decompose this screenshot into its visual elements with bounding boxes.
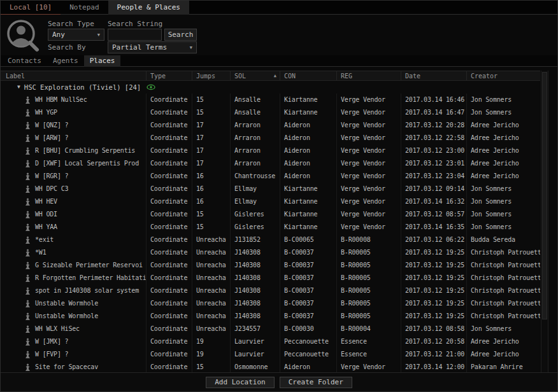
row-label: W [ARW] ? bbox=[35, 132, 68, 144]
coordinate-bookmark-icon bbox=[24, 134, 31, 143]
table-row[interactable]: Unstable Wormhole Coordinate Unreacha J1… bbox=[1, 310, 540, 323]
add-location-button[interactable]: Add Location bbox=[206, 377, 274, 388]
row-jumps: Unreacha bbox=[192, 284, 230, 297]
search-type-dropdown[interactable]: Any ▼ bbox=[48, 29, 104, 41]
column-header-jumps[interactable]: Jumps bbox=[192, 71, 230, 80]
table-row[interactable]: spot in J140308 solar system Coordinate … bbox=[1, 284, 540, 297]
row-con: Aideron bbox=[280, 361, 336, 374]
tab-agents[interactable]: Agents bbox=[47, 55, 84, 66]
tab-places[interactable]: Places bbox=[84, 55, 121, 67]
row-sol: J140308 bbox=[230, 259, 280, 272]
coordinate-bookmark-icon bbox=[24, 198, 31, 206]
table-row[interactable]: W [RGR] ? Coordinate 16 Chantrousse Aide… bbox=[1, 170, 540, 183]
table-row[interactable]: G Sizeable Perimeter Reservoi Coordinate… bbox=[1, 259, 540, 272]
row-sol: Arraron bbox=[230, 132, 280, 144]
table-body: ▼ HSC Exploration (Tiviel) [24] WH HBM N… bbox=[1, 81, 540, 374]
coordinate-bookmark-icon bbox=[24, 249, 31, 257]
coordinate-bookmark-icon bbox=[24, 351, 31, 359]
tab-contacts[interactable]: Contacts bbox=[2, 55, 47, 66]
table-row[interactable]: Unstable Wormhole Coordinate Unreacha J1… bbox=[1, 297, 540, 310]
row-reg: B-R00008 bbox=[336, 234, 401, 246]
footer-bar: Add Location Create Folder bbox=[1, 372, 557, 391]
row-con: B-C00037 bbox=[280, 272, 336, 284]
row-reg: B-R00005 bbox=[336, 246, 401, 259]
table-row[interactable]: W [FVP] ? Coordinate 19 Laurvier Peccano… bbox=[1, 348, 540, 361]
row-type: Coordinate bbox=[146, 119, 192, 132]
row-type: Coordinate bbox=[146, 284, 192, 297]
table-row[interactable]: *exit Coordinate Unreacha J131852 B-C000… bbox=[1, 234, 540, 246]
search-by-dropdown[interactable]: Partial Terms ▼ bbox=[108, 41, 197, 53]
row-label: Site for Spacecav bbox=[35, 361, 98, 374]
column-header-creator[interactable]: Creator bbox=[466, 71, 540, 80]
row-creator: Adree Jericho bbox=[466, 144, 540, 157]
table-row[interactable]: D [XWF] Local Serpentis Prod Coordinate … bbox=[1, 157, 540, 170]
row-jumps: Unreacha bbox=[192, 246, 230, 259]
row-jumps: 15 bbox=[192, 94, 230, 106]
table-row[interactable]: WH HEV Coordinate 16 Ellmay Kiartanne Ve… bbox=[1, 195, 540, 208]
row-label: *W1 bbox=[35, 246, 46, 259]
folder-expanded-caret-icon[interactable]: ▼ bbox=[17, 84, 20, 90]
row-label: *exit bbox=[35, 234, 54, 246]
row-con: Aideron bbox=[280, 144, 336, 157]
row-type: Coordinate bbox=[146, 361, 192, 374]
row-jumps: 15 bbox=[192, 208, 230, 221]
create-folder-button[interactable]: Create Folder bbox=[280, 377, 352, 388]
column-header-sol[interactable]: SOL ▲ bbox=[230, 71, 280, 80]
column-header-label[interactable]: Label bbox=[1, 71, 146, 80]
row-con: B-C00065 bbox=[280, 234, 336, 246]
coordinate-bookmark-icon bbox=[24, 325, 31, 333]
tab-local[interactable]: Local [10] bbox=[1, 1, 61, 15]
column-header-con[interactable]: CON bbox=[280, 71, 336, 80]
row-sol: J140308 bbox=[230, 246, 280, 259]
row-type: Coordinate bbox=[146, 246, 192, 259]
row-con: B-C00030 bbox=[280, 323, 336, 335]
table-row[interactable]: Site for Spacecav Coordinate 15 Osmomonn… bbox=[1, 361, 540, 374]
folder-row[interactable]: ▼ HSC Exploration (Tiviel) [24] bbox=[1, 81, 540, 94]
row-jumps: Unreacha bbox=[192, 234, 230, 246]
row-date: 2017.03.14 12:00 bbox=[401, 361, 466, 374]
row-reg: Verge Vendor bbox=[336, 208, 401, 221]
search-by-label: Search By bbox=[48, 43, 86, 52]
table-row[interactable]: WH YGP Coordinate 15 Ansalle Kiartanne V… bbox=[1, 106, 540, 119]
row-con: Kiartanne bbox=[280, 221, 336, 234]
coordinate-bookmark-icon bbox=[24, 300, 31, 308]
row-con: Kiartanne bbox=[280, 208, 336, 221]
row-type: Coordinate bbox=[146, 106, 192, 119]
table-row[interactable]: WH HBM NullSec Coordinate 15 Ansalle Kia… bbox=[1, 94, 540, 106]
search-input[interactable] bbox=[108, 29, 162, 41]
table-row[interactable]: W [JMX] ? Coordinate 19 Laurvier Peccano… bbox=[1, 335, 540, 348]
table-row[interactable]: R [BHU] Crumbling Serpentis Coordinate 1… bbox=[1, 144, 540, 157]
row-con: B-C00037 bbox=[280, 246, 336, 259]
scrollbar-thumb[interactable] bbox=[542, 72, 547, 319]
table-row[interactable]: *W1 Coordinate Unreacha J140308 B-C00037… bbox=[1, 246, 540, 259]
search-button[interactable]: Search bbox=[164, 29, 197, 41]
table-row[interactable]: WH YAA Coordinate 15 Gisleres Kiartanne … bbox=[1, 221, 540, 234]
tab-notepad[interactable]: Notepad bbox=[61, 1, 108, 14]
row-con: Aideron bbox=[280, 157, 336, 170]
table-row[interactable]: R Forgotten Perimeter Habitati Coordinat… bbox=[1, 272, 540, 284]
row-con: Aideron bbox=[280, 132, 336, 144]
column-header-reg[interactable]: REG bbox=[336, 71, 401, 80]
row-reg: Verge Vendor bbox=[336, 170, 401, 183]
row-creator: Adree Jericho bbox=[466, 335, 540, 348]
row-date: 2017.03.12 20:58 bbox=[401, 335, 466, 348]
table-row[interactable]: WH DPC C3 Coordinate 16 Ellmay Kiartanne… bbox=[1, 183, 540, 195]
eye-visibility-icon[interactable] bbox=[147, 84, 155, 90]
vertical-scrollbar[interactable] bbox=[541, 71, 548, 372]
column-header-date[interactable]: Date bbox=[401, 71, 466, 80]
row-type: Coordinate bbox=[146, 234, 192, 246]
tab-people-and-places[interactable]: People & Places bbox=[108, 1, 189, 15]
column-header-type[interactable]: Type bbox=[146, 71, 192, 80]
table-row[interactable]: W [QNZ] ? Coordinate 17 Arraron Aideron … bbox=[1, 119, 540, 132]
row-creator: Christoph Patrouette bbox=[466, 297, 540, 310]
table-row[interactable]: WH ODI Coordinate 15 Gisleres Kiartanne … bbox=[1, 208, 540, 221]
row-type: Coordinate bbox=[146, 221, 192, 234]
table-row[interactable]: WH WLX HiSec Coordinate Unreacha J234557… bbox=[1, 323, 540, 335]
row-sol: J140308 bbox=[230, 272, 280, 284]
sort-ascending-icon: ▲ bbox=[274, 71, 280, 80]
row-label: W [FVP] ? bbox=[35, 348, 68, 361]
row-creator: Jon Somners bbox=[466, 183, 540, 195]
coordinate-bookmark-icon bbox=[24, 96, 31, 104]
table-row[interactable]: W [ARW] ? Coordinate 17 Arraron Aideron … bbox=[1, 132, 540, 144]
row-creator: Jon Somners bbox=[466, 208, 540, 221]
